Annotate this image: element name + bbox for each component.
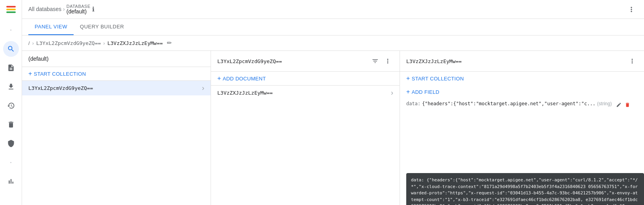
document-icon <box>7 64 15 72</box>
nav-trash[interactable] <box>3 117 19 132</box>
edit-icon <box>616 102 622 108</box>
panels-area: (default) + START COLLECTION L3YxL2ZpcmV… <box>22 51 644 205</box>
data-field-tooltip: data: {"headers":{"host":"mocktarget.api… <box>406 173 644 205</box>
top-bar: All databases › DATABASE (default) ℹ <box>22 0 644 19</box>
edit-pencil-icon[interactable]: ✏ <box>167 39 172 47</box>
plus-icon-2: + <box>217 75 221 82</box>
nav-history[interactable] <box>3 98 19 114</box>
more-vert-icon-3 <box>629 58 636 65</box>
start-collection-label-1: START COLLECTION <box>34 71 86 77</box>
nav-shield[interactable] <box>3 136 19 151</box>
item-2-text: L3VzZXJzJzLzEyMw== <box>217 90 273 96</box>
sub-breadcrumb-sep1: › <box>32 40 34 46</box>
item-1-text: L3YxL2ZpcmVzdG9yeZQ== <box>28 85 93 91</box>
nav-document[interactable] <box>3 60 19 76</box>
more-vert-icon <box>627 6 635 13</box>
sub-breadcrumb-level2: L3VzZXJzJzLzEyMw== <box>107 40 163 46</box>
upload-icon <box>7 83 15 91</box>
add-document-label: ADD DOCUMENT <box>223 76 266 82</box>
breadcrumb-sep1: › <box>63 6 65 12</box>
logo-bar-red <box>6 6 16 7</box>
item-2-chevron: › <box>391 89 393 97</box>
nav-upload[interactable] <box>3 79 19 95</box>
panel-default-item-1[interactable]: L3YxL2ZpcmVzdG9yeZQ== › <box>22 81 211 95</box>
logo-bar-green <box>6 11 16 13</box>
logo-bar-yellow <box>6 9 16 10</box>
info-icon[interactable]: ℹ <box>92 6 94 13</box>
sub-breadcrumb-sep2: › <box>103 40 105 46</box>
history-icon <box>7 102 15 110</box>
field-value-data: {"headers":{"host":"mocktarget.apigee.ne… <box>422 101 596 106</box>
field-row-data: data: {"headers":{"host":"mocktarget.api… <box>400 99 644 111</box>
breadcrumb-all-databases[interactable]: All databases <box>28 6 61 12</box>
search-icon <box>7 45 15 53</box>
panel-l3vz-header: L3VzZXJzJzLzEyMw== <box>400 51 644 72</box>
panel-l3yx-header: L3YxL2ZpcmVzdG9yeZQ== <box>211 51 400 72</box>
panel-l3vz: L3VzZXJzJzLzEyMw== + START COLLECTION + … <box>400 51 644 205</box>
breadcrumb-db-name: (default) <box>67 9 91 15</box>
panel-l3vz-actions <box>627 56 638 67</box>
tab-query-builder[interactable]: QUERY BUILDER <box>74 19 130 35</box>
start-collection-button-1[interactable]: + START COLLECTION <box>22 67 211 80</box>
panel-l3vz-title: L3VzZXJzJzLzEyMw== <box>406 58 462 64</box>
panel-l3vz-more-button[interactable] <box>627 56 638 67</box>
sub-breadcrumb: / › L3YxL2ZpcmVzdG9yeZQ== › L3VzZXJzJzLz… <box>22 35 644 51</box>
panel-l3yx-item-1[interactable]: L3VzZXJzJzLzEyMw== › <box>211 86 400 100</box>
add-field-label: ADD FIELD <box>412 89 440 95</box>
field-type-data: (string) <box>597 101 612 106</box>
shield-icon <box>7 140 15 147</box>
delete-icon <box>625 102 630 108</box>
panel-l3yx-filter-button[interactable] <box>370 56 381 67</box>
panel-default: (default) + START COLLECTION L3YxL2ZpcmV… <box>22 51 211 205</box>
panel-l3yx: L3YxL2ZpcmVzdG9yeZQ== + AD <box>211 51 400 205</box>
panel-l3yx-more-button[interactable] <box>382 56 393 67</box>
app-logo <box>5 3 17 16</box>
field-actions <box>615 101 631 109</box>
item-1-chevron: › <box>202 84 204 92</box>
top-bar-actions <box>625 3 638 16</box>
plus-icon-1: + <box>28 70 32 77</box>
panel-l3yx-actions <box>370 56 393 67</box>
topbar-more-button[interactable] <box>625 3 638 16</box>
trash-icon <box>7 121 15 129</box>
nav-chart[interactable] <box>3 173 19 189</box>
more-vert-icon-2 <box>384 58 391 65</box>
start-collection-label-2: START COLLECTION <box>412 76 464 82</box>
panel-l3yx-title: L3YxL2ZpcmVzdG9yeZQ== <box>217 58 282 64</box>
field-key-data: data: <box>406 101 420 106</box>
add-document-button[interactable]: + ADD DOCUMENT <box>211 72 400 85</box>
field-delete-button[interactable] <box>624 101 631 109</box>
panel-default-title: (default) <box>28 56 48 62</box>
plus-icon-3: + <box>406 75 410 82</box>
nav-dot-2[interactable]: ● <box>3 155 19 170</box>
plus-icon-4: + <box>406 88 410 95</box>
tabs-bar: PANEL VIEW QUERY BUILDER <box>22 19 644 35</box>
start-collection-button-2[interactable]: + START COLLECTION <box>400 72 644 85</box>
add-field-button[interactable]: + ADD FIELD <box>400 85 644 99</box>
field-edit-button[interactable] <box>615 101 623 109</box>
panel-default-header: (default) <box>22 51 211 67</box>
filter-icon <box>372 58 379 65</box>
nav-rail: ● ● <box>0 0 22 205</box>
sub-breadcrumb-level1[interactable]: L3YxL2ZpcmVzdG9yeZQ== <box>36 40 101 46</box>
tab-panel-view[interactable]: PANEL VIEW <box>28 19 74 35</box>
sub-breadcrumb-root[interactable]: / <box>28 40 30 46</box>
chart-icon <box>7 177 15 185</box>
nav-search[interactable] <box>3 41 19 57</box>
nav-dot-1[interactable]: ● <box>3 22 19 38</box>
main-content: All databases › DATABASE (default) ℹ PAN… <box>22 0 644 205</box>
breadcrumb: All databases › DATABASE (default) ℹ <box>28 4 94 15</box>
